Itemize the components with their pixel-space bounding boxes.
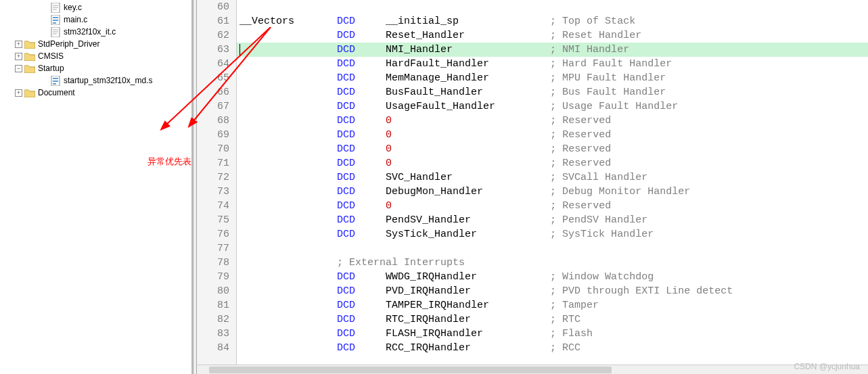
code-line[interactable]: DCD WWDG_IRQHandler ; Window Watchdog <box>237 270 868 284</box>
code-line[interactable]: DCD MemManage_Handler ; MPU Fault Handle… <box>237 71 868 85</box>
tree-item-label: StdPeriph_Driver <box>38 39 99 49</box>
line-number: 62 <box>217 28 229 43</box>
tree-item[interactable]: +CMSIS <box>0 50 191 62</box>
line-number: 84 <box>217 341 229 355</box>
svg-rect-6 <box>53 20 58 21</box>
line-number: 76 <box>217 227 229 241</box>
line-number: 60 <box>217 0 229 14</box>
code-line[interactable]: DCD BusFault_Handler ; Bus Fault Handler <box>237 85 868 99</box>
project-tree-panel: key.cmain.cstm32f10x_it.c+StdPeriph_Driv… <box>0 0 193 374</box>
code-line[interactable]: DCD DebugMon_Handler ; Debug Monitor Han… <box>237 185 868 199</box>
line-number: 65 <box>217 71 229 85</box>
tree-item[interactable]: stm32f10x_it.c <box>0 26 191 38</box>
file-icon <box>50 15 61 24</box>
line-number: 73 <box>217 185 229 199</box>
line-number: 75 <box>217 213 229 227</box>
code-editor-panel: 6061626364656667686970717273747576777879… <box>197 0 868 374</box>
tree-item-label: Document <box>38 88 75 97</box>
svg-rect-7 <box>53 22 56 24</box>
tree-item-label: CMSIS <box>38 51 64 61</box>
code-line[interactable]: DCD RCC_IRQHandler ; RCC <box>237 341 868 355</box>
line-number: 64 <box>217 57 229 71</box>
tree-item[interactable]: +StdPeriph_Driver <box>0 38 191 50</box>
line-number: 67 <box>217 99 229 114</box>
line-number: 78 <box>217 256 229 270</box>
line-number: 68 <box>217 114 229 128</box>
svg-rect-13 <box>53 78 58 79</box>
horizontal-scrollbar-thumb[interactable] <box>209 367 612 373</box>
tree-item[interactable]: startup_stm32f10x_md.s <box>0 74 191 87</box>
tree-item[interactable]: key.c <box>0 1 191 14</box>
line-number: 79 <box>217 270 229 284</box>
line-number: 81 <box>217 298 229 312</box>
tree-expander-icon[interactable]: + <box>15 41 22 48</box>
svg-rect-14 <box>53 80 58 82</box>
file-icon <box>50 76 61 85</box>
line-number: 66 <box>217 85 229 99</box>
code-line[interactable] <box>237 0 868 14</box>
line-number: 72 <box>217 170 229 185</box>
code-line[interactable]: DCD HardFault_Handler ; Hard Fault Handl… <box>237 57 868 71</box>
code-line[interactable]: DCD NMI_Handler ; NMI Handler <box>237 43 868 57</box>
code-line[interactable]: DCD SysTick_Handler ; SysTick Handler <box>237 227 868 241</box>
code-line[interactable]: DCD SVC_Handler ; SVCall Handler <box>237 170 868 185</box>
tree-item-label: Startup <box>38 64 64 73</box>
file-icon <box>50 3 61 12</box>
tree-expander-icon[interactable]: − <box>15 65 22 72</box>
code-line[interactable]: DCD UsageFault_Handler ; Usage Fault Han… <box>237 99 868 114</box>
tree-expander-icon[interactable]: + <box>15 89 22 97</box>
code-line[interactable]: ; External Interrupts <box>237 256 868 270</box>
line-number: 61 <box>217 14 229 28</box>
code-line[interactable]: DCD TAMPER_IRQHandler ; Tamper <box>237 298 868 312</box>
line-number-gutter: 6061626364656667686970717273747576777879… <box>197 0 237 374</box>
code-line[interactable]: DCD PendSV_Handler ; PendSV Handler <box>237 213 868 227</box>
tree-item[interactable]: −Startup <box>0 62 191 74</box>
code-line[interactable]: DCD 0 ; Reserved <box>237 156 868 170</box>
code-line[interactable]: DCD 0 ; Reserved <box>237 199 868 213</box>
folder-icon <box>24 39 35 49</box>
svg-rect-15 <box>53 83 56 85</box>
tree-item-label: key.c <box>64 3 82 12</box>
code-line[interactable] <box>237 241 868 256</box>
code-line[interactable]: DCD 0 ; Reserved <box>237 142 868 156</box>
line-number: 77 <box>217 241 229 256</box>
code-line[interactable]: DCD 0 ; Reserved <box>237 128 868 142</box>
line-number: 82 <box>217 312 229 327</box>
code-text-area[interactable]: __Vectors DCD __initial_sp ; Top of Stac… <box>237 0 868 374</box>
line-number: 80 <box>217 284 229 298</box>
code-line[interactable]: DCD RTC_IRQHandler ; RTC <box>237 312 868 327</box>
line-number: 63 <box>217 43 229 57</box>
folder-icon <box>24 88 35 97</box>
code-line[interactable]: DCD PVD_IRQHandler ; PVD through EXTI Li… <box>237 284 868 298</box>
line-number: 70 <box>217 142 229 156</box>
folder-icon <box>24 51 35 61</box>
code-line[interactable]: DCD FLASH_IRQHandler ; Flash <box>237 327 868 341</box>
tree-item-label: startup_stm32f10x_md.s <box>64 76 152 85</box>
line-number: 71 <box>217 156 229 170</box>
file-icon <box>50 27 61 37</box>
tree-item[interactable]: +Document <box>0 87 191 99</box>
code-line[interactable]: DCD Reset_Handler ; Reset Handler <box>237 28 868 43</box>
folder-icon <box>24 64 35 73</box>
tree-item-label: main.c <box>64 15 87 24</box>
tree-item[interactable]: main.c <box>0 14 191 26</box>
annotation-label: 异常优先表 <box>147 156 191 168</box>
tree-item-label: stm32f10x_it.c <box>64 27 116 37</box>
tree-expander-icon[interactable]: + <box>15 53 22 60</box>
line-number: 74 <box>217 199 229 213</box>
code-line[interactable]: DCD 0 ; Reserved <box>237 114 868 128</box>
line-number: 83 <box>217 327 229 341</box>
line-number: 69 <box>217 128 229 142</box>
code-line[interactable]: __Vectors DCD __initial_sp ; Top of Stac… <box>237 14 868 28</box>
svg-rect-5 <box>53 17 58 18</box>
horizontal-scrollbar[interactable] <box>197 365 868 374</box>
